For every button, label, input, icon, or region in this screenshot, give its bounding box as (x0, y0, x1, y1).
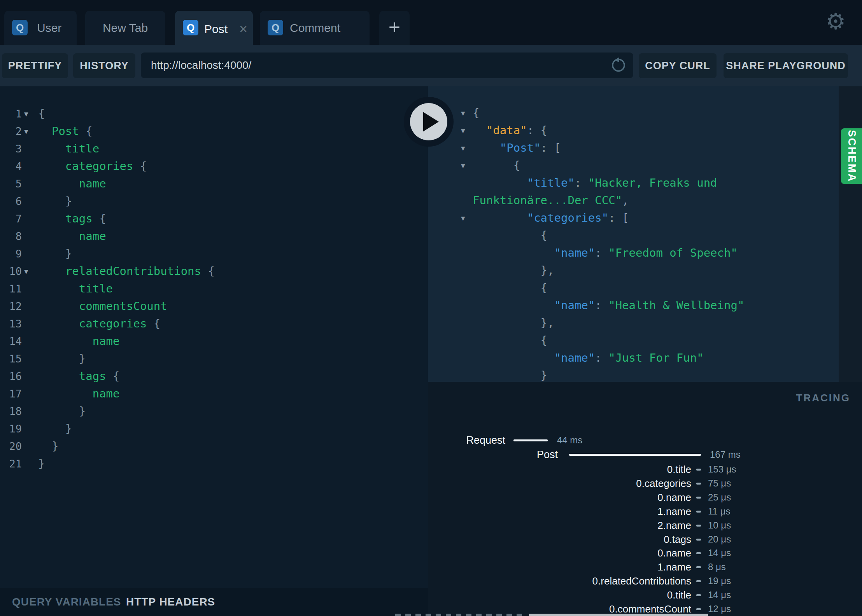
tab-label: User (37, 21, 61, 35)
editor-line: 9 } (0, 245, 428, 262)
copy-curl-button[interactable]: COPY CURL (639, 53, 717, 78)
code-text: name (38, 385, 120, 402)
new-tab-button[interactable]: + (379, 11, 410, 45)
tracing-dash (696, 525, 701, 527)
response-line: "name": "Freedom of Speech" (428, 244, 862, 262)
plus-icon: + (389, 16, 400, 39)
editor-line: 5 name (0, 175, 428, 192)
editor-line: 14 name (0, 332, 428, 350)
http-headers-tab[interactable]: HTTP HEADERS (126, 596, 215, 608)
code-text: commentsCount (38, 298, 167, 315)
json-text: { (473, 104, 479, 122)
code-text: } (38, 455, 45, 472)
fold-arrow-icon[interactable]: ▾ (24, 122, 28, 140)
tab-user[interactable]: QUser (4, 11, 77, 45)
tracing-request-row: Request44 ms (428, 434, 862, 446)
settings-gear-icon[interactable]: ⚙ (825, 10, 846, 33)
editor-line: 7 tags { (0, 210, 428, 228)
code-text: Post { (38, 122, 93, 140)
json-token: [ (622, 211, 629, 224)
json-token: { (541, 334, 547, 347)
fold-arrow-icon[interactable]: ▾ (461, 104, 465, 122)
horizontal-scrollbar-thumb[interactable] (529, 614, 708, 616)
brace-token: } (52, 439, 58, 453)
brace-token: } (79, 404, 86, 418)
tracing-dash (696, 552, 701, 554)
json-token: : (541, 141, 554, 154)
json-text: { (473, 227, 547, 244)
brace-token: { (38, 107, 45, 120)
json-text: "data": { (473, 122, 547, 139)
json-token: { (541, 124, 547, 137)
query-badge-icon: Q (183, 20, 198, 35)
json-text: "categories": [ (473, 209, 629, 227)
editor-line: 4 categories { (0, 158, 428, 175)
json-token: { (541, 281, 547, 294)
code-text: name (38, 175, 106, 192)
field-token: name (93, 334, 120, 348)
code-text: } (38, 420, 72, 438)
schema-tab[interactable]: SCHEMA (841, 128, 862, 184)
json-token: Funktionäre...Der CCC" (473, 194, 622, 207)
field-token: name (79, 229, 106, 243)
fold-arrow-icon[interactable]: ▾ (461, 139, 465, 157)
json-token: { (473, 106, 479, 119)
play-button-circle (410, 103, 447, 140)
query-editor[interactable]: 1▾{2▾ Post {3 title4 categories {5 name6… (0, 86, 428, 588)
schema-tab-label: SCHEMA (846, 130, 858, 182)
response-line: "name": "Health & Wellbeing" (428, 297, 862, 314)
json-text: }, (473, 262, 554, 279)
tracing-field-duration: 25 μs (708, 491, 731, 504)
endpoint-url-input[interactable] (141, 52, 633, 78)
line-number: 16 (0, 368, 22, 385)
tab-post[interactable]: QPost× (175, 11, 253, 47)
fold-arrow-icon[interactable]: ▾ (24, 262, 28, 280)
json-text: Funktionäre...Der CCC", (473, 192, 629, 209)
tracing-dash (696, 594, 701, 596)
brace-token: } (79, 352, 86, 365)
tracing-duration-bar (569, 454, 701, 456)
line-number: 4 (0, 158, 22, 175)
editor-line: 15 } (0, 350, 428, 368)
execute-play-button[interactable] (404, 97, 454, 147)
tab-new-tab[interactable]: New Tab (85, 11, 165, 45)
line-number: 11 (0, 280, 22, 298)
fold-arrow-icon[interactable]: ▾ (461, 122, 465, 139)
response-line: ▾ "data": { (428, 122, 862, 139)
line-number: 18 (0, 402, 22, 420)
code-text: name (38, 332, 120, 350)
line-number: 20 (0, 438, 22, 455)
tracing-field-label: 1.name (428, 561, 691, 573)
close-tab-icon[interactable]: × (239, 22, 247, 36)
json-token: "name" (554, 351, 595, 364)
history-button[interactable]: HISTORY (73, 53, 135, 78)
query-variables-tab[interactable]: QUERY VARIABLES (12, 596, 121, 608)
editor-line: 11 title (0, 280, 428, 298)
json-text: { (473, 332, 547, 349)
tracing-field-label: 2.name (428, 519, 691, 532)
editor-line: 3 title (0, 140, 428, 158)
line-number: 19 (0, 420, 22, 438)
tracing-duration-bar (513, 439, 548, 441)
fold-arrow-icon[interactable]: ▾ (24, 105, 28, 122)
editor-line: 20 } (0, 438, 428, 455)
query-badge-icon: Q (12, 20, 28, 35)
tracing-field-row: 0.name25 μs (428, 491, 862, 504)
reload-icon[interactable] (610, 57, 627, 74)
bottom-tabs-bar: QUERY VARIABLES HTTP HEADERS (0, 588, 428, 616)
share-playground-button[interactable]: SHARE PLAYGROUND (724, 53, 848, 78)
brace-token: } (65, 422, 72, 435)
fold-arrow-icon[interactable]: ▾ (461, 209, 465, 227)
prettify-button[interactable]: PRETTIFY (2, 53, 68, 78)
toolbar: PRETTIFY HISTORY COPY CURL SHARE PLAYGRO… (0, 45, 862, 86)
fold-arrow-icon[interactable]: ▾ (461, 157, 465, 174)
field-token: commentsCount (79, 299, 167, 313)
line-number: 2 (0, 122, 22, 140)
tracing-field-duration: 14 μs (708, 589, 731, 601)
tracing-field-duration: 12 μs (708, 603, 731, 615)
json-token: "Just For Fun" (608, 351, 703, 364)
brace-token: { (93, 212, 106, 225)
code-text: name (38, 228, 106, 245)
editor-line: 6 } (0, 192, 428, 210)
tab-comment[interactable]: QComment (260, 11, 370, 45)
